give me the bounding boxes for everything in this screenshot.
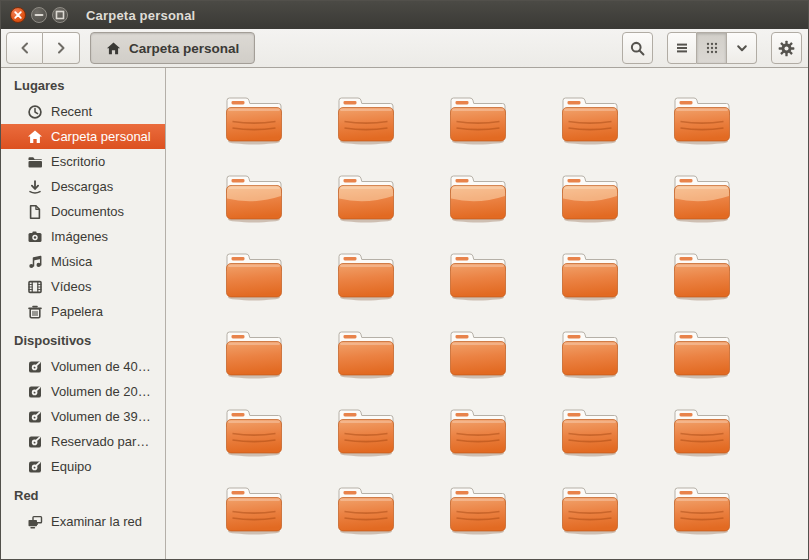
sidebar-item-descargas[interactable]: Descargas [1, 174, 165, 199]
clock-icon [27, 104, 43, 120]
folder-icon[interactable] [671, 325, 733, 380]
folder-icon[interactable] [671, 169, 733, 224]
maximize-button[interactable] [52, 7, 68, 23]
sidebar-item-label: Reservado par… [51, 434, 149, 449]
document-icon [27, 204, 43, 220]
toolbar-right-cluster [622, 32, 803, 64]
drive-icon [27, 409, 43, 425]
folder-icon[interactable] [671, 247, 733, 302]
sidebar-item-label: Volumen de 39… [51, 409, 151, 424]
maximize-icon [52, 7, 68, 23]
network-icon [27, 514, 43, 530]
folder-icon[interactable] [223, 91, 285, 146]
close-button[interactable] [10, 7, 26, 23]
folder-icon[interactable] [559, 91, 621, 146]
folder-icon[interactable] [559, 403, 621, 458]
sidebar-item-imagenes[interactable]: Imágenes [1, 224, 165, 249]
folder-icon[interactable] [559, 169, 621, 224]
sidebar-item-musica[interactable]: Música [1, 249, 165, 274]
path-button-home[interactable]: Carpeta personal [90, 32, 255, 64]
sidebar-item-escritorio[interactable]: Escritorio [1, 149, 165, 174]
folder-icon[interactable] [447, 403, 509, 458]
sidebar-item-reservado-par[interactable]: Reservado par… [1, 429, 165, 454]
list-view-icon [674, 40, 690, 56]
drive-icon [27, 459, 43, 475]
back-button[interactable] [6, 32, 43, 64]
sidebar-item-videos[interactable]: Vídeos [1, 274, 165, 299]
folder-icon[interactable] [671, 403, 733, 458]
camera-icon [27, 229, 43, 245]
folder-icon[interactable] [447, 247, 509, 302]
folder-icon[interactable] [671, 91, 733, 146]
folder-icon[interactable] [335, 91, 397, 146]
sidebar-item-examinar-la-red[interactable]: Examinar la red [1, 509, 165, 534]
sidebar-sections: LugaresRecentCarpeta personalEscritorioD… [1, 72, 165, 534]
sidebar-item-label: Volumen de 40… [51, 359, 151, 374]
sidebar-item-volumen-de-40[interactable]: Volumen de 40… [1, 354, 165, 379]
folder-icon[interactable] [223, 481, 285, 536]
sidebar-item-equipo[interactable]: Equipo [1, 454, 165, 479]
chevron-down-icon [734, 40, 750, 56]
sidebar-item-label: Documentos [51, 204, 124, 219]
folder-icon[interactable] [671, 481, 733, 536]
folder-icon[interactable] [559, 247, 621, 302]
search-icon [629, 40, 646, 57]
path-button-label: Carpeta personal [129, 41, 239, 56]
sidebar-section-title-dispositivos: Dispositivos [1, 324, 165, 354]
chevron-left-icon [17, 40, 33, 56]
home-icon [106, 41, 121, 56]
sidebar-item-documentos[interactable]: Documentos [1, 199, 165, 224]
folder-icon[interactable] [335, 247, 397, 302]
sidebar-item-label: Examinar la red [51, 514, 142, 529]
music-icon [27, 254, 43, 270]
view-grid-button[interactable] [697, 32, 727, 64]
search-button[interactable] [622, 32, 653, 64]
folder-icon[interactable] [223, 247, 285, 302]
toolbar: Carpeta personal [1, 29, 808, 68]
sidebar-item-papelera[interactable]: Papelera [1, 299, 165, 324]
folder-icon[interactable] [223, 169, 285, 224]
folder-icon[interactable] [559, 481, 621, 536]
sidebar-item-volumen-de-39[interactable]: Volumen de 39… [1, 404, 165, 429]
folder-icon[interactable] [447, 91, 509, 146]
view-options-button[interactable] [727, 32, 757, 64]
desktop-folder-icon [27, 154, 43, 170]
drive-icon [27, 359, 43, 375]
content-area[interactable] [166, 68, 808, 559]
minimize-button[interactable] [31, 7, 47, 23]
sidebar-item-carpeta-personal[interactable]: Carpeta personal [1, 124, 165, 149]
folder-icon[interactable] [447, 169, 509, 224]
folder-icon[interactable] [335, 403, 397, 458]
folder-icon[interactable] [223, 403, 285, 458]
chevron-right-icon [53, 40, 69, 56]
film-icon [27, 279, 43, 295]
main-area: LugaresRecentCarpeta personalEscritorioD… [1, 68, 808, 559]
sidebar-item-label: Escritorio [51, 154, 105, 169]
folder-icon[interactable] [335, 481, 397, 536]
minimize-icon [31, 7, 47, 23]
folder-icon[interactable] [447, 325, 509, 380]
view-switcher [667, 32, 757, 64]
home-icon [27, 129, 43, 145]
close-icon [10, 7, 26, 23]
folder-icon[interactable] [223, 325, 285, 380]
forward-button[interactable] [43, 32, 80, 64]
sidebar-item-volumen-de-20[interactable]: Volumen de 20… [1, 379, 165, 404]
folder-icon[interactable] [335, 169, 397, 224]
folder-icon[interactable] [559, 325, 621, 380]
titlebar[interactable]: Carpeta personal [1, 1, 808, 29]
sidebar-item-label: Imágenes [51, 229, 108, 244]
folder-icon[interactable] [335, 325, 397, 380]
drive-icon [27, 384, 43, 400]
sidebar-item-label: Equipo [51, 459, 91, 474]
trash-icon [27, 304, 43, 320]
sidebar-section-title-lugares: Lugares [1, 72, 165, 99]
sidebar-item-label: Música [51, 254, 92, 269]
sidebar: LugaresRecentCarpeta personalEscritorioD… [1, 68, 166, 559]
drive-icon [27, 434, 43, 450]
folder-icon[interactable] [447, 481, 509, 536]
file-manager-window: Carpeta personal Carpeta personal [0, 0, 809, 560]
view-list-button[interactable] [667, 32, 697, 64]
sidebar-item-recent[interactable]: Recent [1, 99, 165, 124]
settings-button[interactable] [771, 32, 802, 64]
